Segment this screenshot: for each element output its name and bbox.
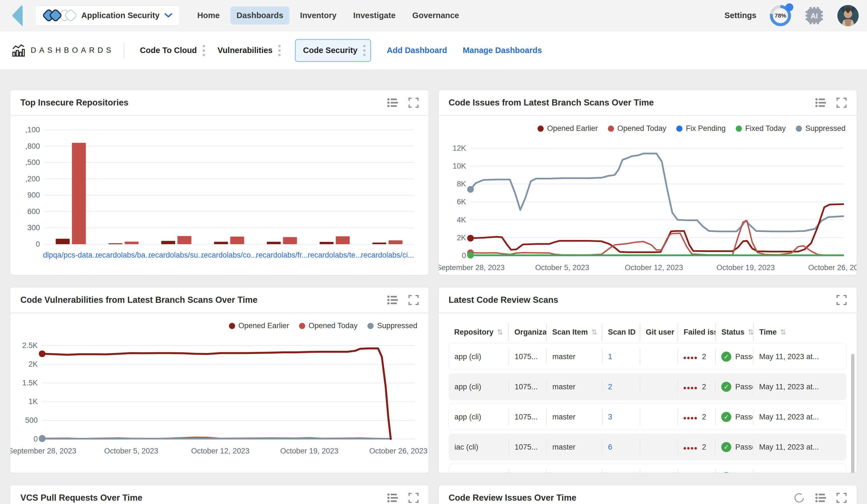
column-header-failed_issues[interactable]: Failed issues <box>677 324 715 341</box>
severity-dots-icon <box>684 383 698 391</box>
cell-scan_id: 1 <box>602 349 640 365</box>
dashboards-label: DASHBOARDS <box>31 46 114 55</box>
table-row[interactable]: app (cli)1075...master22✓PassedMay 11, 2… <box>449 373 847 400</box>
app-selector-label: Application Security <box>81 11 159 20</box>
bar-category-link[interactable]: dlpqa/pcs-data... <box>43 251 99 259</box>
expand-icon[interactable] <box>408 295 419 305</box>
legend-item[interactable]: Opened Earlier <box>229 321 289 330</box>
cell-organization: 1075... <box>509 439 546 455</box>
sort-icon[interactable] <box>748 328 753 337</box>
scan-id-link[interactable]: 1 <box>608 473 612 473</box>
expand-icon[interactable] <box>837 98 847 108</box>
bar-category-link[interactable]: recardolabs/su... <box>149 251 204 259</box>
bar-category-link[interactable]: recardolabs/ba... <box>96 251 152 259</box>
table-scrollbar[interactable] <box>851 354 854 473</box>
svg-text:AI: AI <box>811 12 818 20</box>
usage-progress-ring[interactable]: 78% <box>770 5 791 26</box>
scan-id-link[interactable]: 3 <box>608 413 612 421</box>
column-header-scan_id[interactable]: Scan ID <box>602 324 640 341</box>
nav-item-governance[interactable]: Governance <box>406 7 465 24</box>
table-body: app (cli)1075...master12✓PassedMay 11, 2… <box>449 343 847 473</box>
legend-dot-icon <box>367 323 374 329</box>
manage-dashboards-link[interactable]: Manage Dashboards <box>463 46 542 55</box>
chart-legend: Opened EarlierOpened TodaySuppressed <box>20 321 417 330</box>
legend-item[interactable]: Fix Pending <box>676 124 726 133</box>
cell-failed_issues: 2 <box>677 409 715 425</box>
column-header-status[interactable]: Status <box>715 324 753 341</box>
tab-vulnerabilities[interactable]: Vulnerabilities <box>217 44 281 57</box>
table-row[interactable]: code (cli)1075...master110✓PassedMay 12,… <box>449 464 847 473</box>
panel-title: VCS Pull Requests Over Time <box>20 493 142 503</box>
svg-text:October 19, 2023: October 19, 2023 <box>717 263 775 272</box>
expand-icon[interactable] <box>408 98 419 108</box>
svg-text:0: 0 <box>36 240 40 248</box>
sort-icon[interactable] <box>780 328 786 337</box>
column-header-time[interactable]: Time <box>753 324 829 341</box>
svg-text:,800: ,800 <box>25 142 40 151</box>
cell-time: May 11, 2023 at... <box>753 379 828 395</box>
scan-id-link[interactable]: 6 <box>608 443 612 451</box>
sort-icon[interactable] <box>591 328 597 337</box>
svg-text:September 28, 2023: September 28, 2023 <box>10 447 76 455</box>
list-view-icon[interactable] <box>387 98 398 108</box>
divider <box>124 42 124 58</box>
nav-item-dashboards[interactable]: Dashboards <box>231 7 290 24</box>
table-header-row: RepositoryOrganizationScan ItemScan IDGi… <box>449 321 847 343</box>
table-row[interactable]: iac (cli)1075...master62✓PassedMay 11, 2… <box>449 434 847 460</box>
expand-icon[interactable] <box>837 493 847 503</box>
list-view-icon[interactable] <box>815 98 826 108</box>
column-header-scan_item[interactable]: Scan Item <box>546 324 602 341</box>
panel-code-issues-over-time: Code Issues from Latest Branch Scans Ove… <box>438 90 857 275</box>
legend-item[interactable]: Opened Today <box>299 321 357 330</box>
list-view-icon[interactable] <box>387 493 398 503</box>
scan-id-link[interactable]: 2 <box>608 383 612 391</box>
cell-time: May 11, 2023 at... <box>753 439 828 455</box>
table-row[interactable]: app (cli)1075...master12✓PassedMay 11, 2… <box>449 343 847 370</box>
settings-link[interactable]: Settings <box>725 11 757 20</box>
bar-category-link[interactable]: recardolabs/ci... <box>361 251 414 259</box>
legend-item[interactable]: Suppressed <box>367 321 417 330</box>
expand-icon[interactable] <box>837 295 847 305</box>
column-header-git_user[interactable]: Git user <box>640 324 677 341</box>
cell-scan_item: master <box>546 439 602 455</box>
expand-icon[interactable] <box>408 493 419 503</box>
column-header-organization[interactable]: Organization <box>508 324 546 341</box>
bar-category-link[interactable]: recardolabs/te... <box>308 251 362 259</box>
scan-id-link[interactable]: 1 <box>608 352 612 361</box>
dashboard-content: Top Insecure Repositories 0300600900,200… <box>0 70 867 504</box>
nav-right: Settings 78% AI <box>725 5 859 26</box>
legend-item[interactable]: Fixed Today <box>736 124 786 133</box>
list-view-icon[interactable] <box>815 493 826 503</box>
legend-item[interactable]: Suppressed <box>796 124 846 133</box>
table-row[interactable]: app (cli)1075...master32✓PassedMay 11, 2… <box>449 404 847 430</box>
bar-category-link[interactable]: recardolabs/fr... <box>256 251 308 259</box>
legend-dot-icon <box>676 125 683 132</box>
kebab-menu-icon[interactable] <box>202 44 205 57</box>
nav-item-inventory[interactable]: Inventory <box>294 7 343 24</box>
bar-category-link[interactable]: recardolabs/co... <box>201 251 257 259</box>
add-dashboard-link[interactable]: Add Dashboard <box>387 46 447 55</box>
legend-dot-icon <box>736 125 742 132</box>
nav-item-investigate[interactable]: Investigate <box>347 7 402 24</box>
kebab-menu-icon[interactable] <box>278 44 281 57</box>
column-header-repository[interactable]: Repository <box>449 324 509 341</box>
list-view-icon[interactable] <box>387 295 398 305</box>
nav-item-home[interactable]: Home <box>191 7 226 24</box>
cell-repository: app (cli) <box>449 349 509 365</box>
svg-text:October 5, 2023: October 5, 2023 <box>535 263 589 272</box>
cell-scan_item: master <box>546 349 602 365</box>
ai-assistant-icon[interactable]: AI <box>804 6 824 25</box>
svg-text:2K: 2K <box>29 360 38 368</box>
tab-code-to-cloud[interactable]: Code To Cloud <box>140 44 205 57</box>
cell-status: ✓Passed <box>715 439 753 455</box>
user-avatar[interactable] <box>837 5 859 26</box>
tab-code-security[interactable]: Code Security <box>295 39 371 62</box>
legend-item[interactable]: Opened Today <box>608 124 666 133</box>
cell-scan_item: master <box>546 469 602 473</box>
sort-icon[interactable] <box>497 328 503 337</box>
kebab-menu-icon[interactable] <box>363 44 366 57</box>
app-selector[interactable]: Application Security <box>35 5 180 26</box>
cell-organization: 1075... <box>509 469 546 473</box>
legend-item[interactable]: Opened Earlier <box>537 124 598 133</box>
panel-title: Code Issues from Latest Branch Scans Ove… <box>449 98 654 108</box>
